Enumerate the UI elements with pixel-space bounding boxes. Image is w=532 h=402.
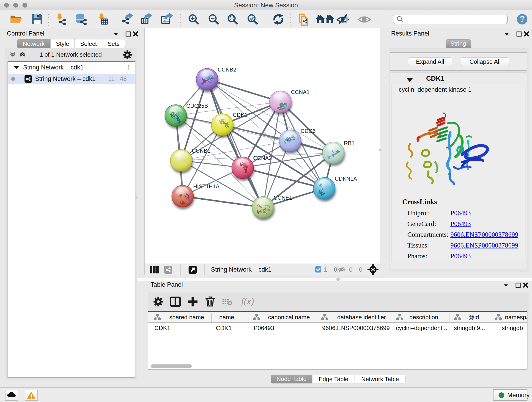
svg-text:CDC25B: CDC25B xyxy=(186,103,208,109)
svg-text:CCNB2: CCNB2 xyxy=(218,66,236,73)
svg-text:CCNE1: CCNE1 xyxy=(273,195,292,201)
svg-text:f(x): f(x) xyxy=(241,296,254,306)
svg-text:CCNB1: CCNB1 xyxy=(192,148,210,154)
svg-text:database identifier: database identifier xyxy=(337,314,386,321)
svg-text:HIST1H1A: HIST1H1A xyxy=(193,183,220,190)
svg-text:CDC6: CDC6 xyxy=(301,128,316,134)
svg-text:CDK1: CDK1 xyxy=(233,112,247,118)
svg-text:0 – 0: 0 – 0 xyxy=(349,266,362,273)
svg-text:?: ? xyxy=(519,14,525,24)
svg-text:description: description xyxy=(409,314,438,321)
svg-text:namespac: namespac xyxy=(505,314,527,321)
svg-text:CCNA2: CCNA2 xyxy=(253,155,272,161)
svg-text:String Network – cdk1: String Network – cdk1 xyxy=(211,266,272,273)
svg-text:RB1: RB1 xyxy=(344,140,355,146)
svg-text:CCNA1: CCNA1 xyxy=(291,89,310,95)
svg-text:canonical name: canonical name xyxy=(268,314,310,321)
svg-text:1 – 0: 1 – 0 xyxy=(324,266,337,273)
svg-text:name: name xyxy=(219,314,234,321)
svg-text:shared name: shared name xyxy=(169,314,204,321)
svg-text:CDKN1A: CDKN1A xyxy=(335,176,357,182)
svg-text:@id: @id xyxy=(468,314,479,321)
